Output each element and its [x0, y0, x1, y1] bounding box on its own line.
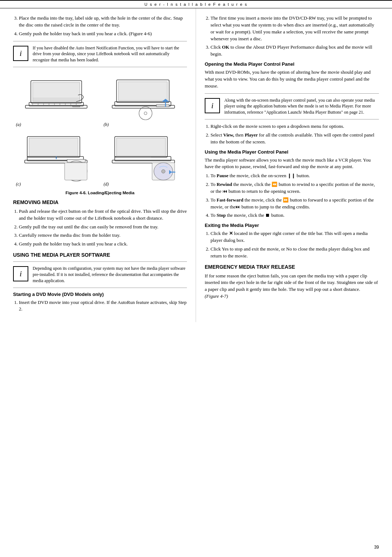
svg-point-43 [162, 170, 165, 173]
header-bar: U s e r - I n s t a l l a b l e F e a t … [0, 0, 392, 8]
svg-point-26 [139, 107, 152, 120]
list-item: The first time you insert a movie into t… [211, 15, 379, 42]
exiting-list: Click the ✕ located in the upper right c… [211, 230, 379, 259]
dvd-list: Insert the DVD movie into your optical d… [19, 299, 187, 313]
using-panel-text: The media player software allows you to … [205, 157, 379, 171]
info-icon-right: i [205, 98, 220, 113]
stop-bold: Stop [217, 212, 226, 218]
page: U s e r - I n s t a l l a b l e F e a t … [0, 0, 392, 557]
pause-suffix: the movie, click the on-screen ❙❙ button… [228, 173, 310, 178]
exiting-item1-prefix: Click the [211, 231, 229, 236]
list-item: Push and release the eject button on the… [19, 208, 187, 222]
figure-label-d: (d) [104, 182, 109, 187]
svg-point-27 [144, 112, 147, 115]
list-item: Click the ✕ located in the upper right c… [211, 230, 379, 244]
exiting-item1-bold: ✕ [229, 231, 233, 236]
pause-bold: Pause [217, 173, 229, 178]
list-item: Click Yes to stop and exit the movie, or… [211, 246, 379, 260]
dvd-subtitle: Starting a DVD Movie (DVD Models only) [13, 292, 187, 297]
figure-label-a: (a) [16, 122, 21, 127]
page-number: 39 [374, 545, 379, 550]
pause-prefix: To [211, 173, 217, 178]
info-box-right: i Along with the on-screen media player … [205, 93, 379, 119]
emergency-title: Emergency Media Tray Release [205, 264, 379, 270]
exiting-title: Exiting the Media Player [205, 223, 379, 228]
select-view-mid: then [234, 132, 245, 138]
emergency-text: If for some reason the eject button fail… [205, 273, 379, 300]
list-item: Click OK to close the About DVD Player P… [211, 44, 379, 58]
list-item: Gently push the holder tray back in unti… [19, 31, 187, 37]
info-icon: i [13, 46, 28, 61]
list-item: Right-click on the movie screen to open … [211, 123, 379, 130]
left-column: Place the media into the tray, label sid… [0, 8, 196, 322]
figure-label-b: (b) [104, 122, 109, 127]
info-box-media: i Depending upon its configuration, your… [13, 261, 187, 288]
removing-media-list: Push and release the eject button on the… [19, 208, 187, 248]
opening-panel-title: Opening the Media Player Control Panel [205, 61, 379, 67]
laptop-illustration-d [109, 133, 178, 186]
svg-rect-20 [118, 82, 167, 101]
figure-cell-a: (a) [13, 71, 99, 129]
svg-rect-38 [29, 138, 78, 156]
figure-area: (a) [13, 71, 187, 195]
laptop-illustration-b [109, 73, 178, 126]
dvd-item3-prefix: Click [211, 44, 222, 50]
list-item: To Fast-forward the movie, click the ⏩ b… [211, 197, 379, 211]
list-item: To Pause the movie, click the on-screen … [211, 172, 379, 179]
using-panel-title: Using the Media Player Control Panel [205, 149, 379, 155]
select-view-prefix: Select [211, 132, 223, 138]
intro-list: Place the media into the tray, label sid… [19, 15, 187, 37]
list-item: Gently pull the tray out until the disc … [19, 224, 187, 231]
info-icon-media: i [13, 266, 28, 281]
info-text-right: Along with the on-screen media player co… [224, 97, 379, 115]
svg-rect-34 [65, 163, 87, 180]
header-text: U s e r - I n s t a l l a b l e F e a t … [144, 2, 248, 7]
exiting-item1-suffix: located in the upper right corner of the… [211, 231, 368, 243]
figure-label-c: (c) [16, 182, 21, 187]
emergency-figure: (Figure 4-7) [205, 293, 228, 299]
list-item: To Rewind the movie, click the ⏪ button … [211, 181, 379, 195]
figure-caption: Figure 4-6. Loading/Ejecting Media [13, 191, 187, 195]
figure-cell-b: (b) [101, 71, 187, 129]
dvd-item3-suffix: to close the About DVD Player Performanc… [211, 44, 372, 57]
list-item: Carefully remove the media disc from the… [19, 232, 187, 239]
ff-bold: Fast-forward [217, 197, 244, 203]
rewind-prefix: To [211, 182, 217, 187]
svg-rect-23 [156, 105, 169, 107]
removing-media-title: Removing Media [13, 199, 187, 205]
emergency-text-content: If for some reason the eject button fail… [205, 273, 378, 292]
laptop-illustration-c [22, 133, 91, 186]
list-item: Gently push the holder tray back in unti… [19, 241, 187, 248]
stop-prefix: To [211, 212, 217, 218]
figure-cell-c: (c) [13, 130, 99, 188]
figure-cell-d: (d) [101, 130, 187, 188]
opening-panel-text: With most DVD-ROMs, you have the option … [205, 69, 379, 90]
dvd-item3-bold: OK [222, 44, 229, 50]
info-text-media: Depending upon its configuration, your s… [33, 265, 187, 284]
list-item: Place the media into the tray, label sid… [19, 15, 187, 29]
laptop-illustration-a [22, 73, 91, 126]
list-item: Select View, then Player for all the con… [211, 132, 379, 146]
info-text-left: If you have disabled the Auto Insert Not… [33, 45, 187, 63]
figure-grid: (a) [13, 71, 187, 188]
svg-rect-47 [117, 138, 166, 156]
player-controls-list: To Pause the movie, click the on-screen … [211, 172, 379, 219]
stop-suffix: the movie, click the ⏹ button. [226, 212, 285, 218]
rewind-suffix: the movie, click the ⏪ button to rewind … [211, 182, 375, 194]
info-box-left: i If you have disabled the Auto Insert N… [13, 41, 187, 67]
select-view-bold2: Player [245, 132, 258, 138]
svg-rect-12 [33, 82, 80, 101]
rewind-bold: Rewind [217, 182, 232, 187]
list-item: Insert the DVD movie into your optical d… [19, 299, 187, 313]
dvd-list-right: The first time you insert a movie into t… [211, 15, 379, 58]
right-column: The first time you insert a movie into t… [196, 8, 392, 322]
list-item: To Stop the movie, click the ⏹ button. [211, 212, 379, 219]
right-click-list: Right-click on the movie screen to open … [211, 123, 379, 146]
ff-prefix: To [211, 197, 217, 203]
select-view-bold1: View, [223, 132, 234, 138]
using-media-player-title: Using the Media Player Software [13, 252, 187, 258]
